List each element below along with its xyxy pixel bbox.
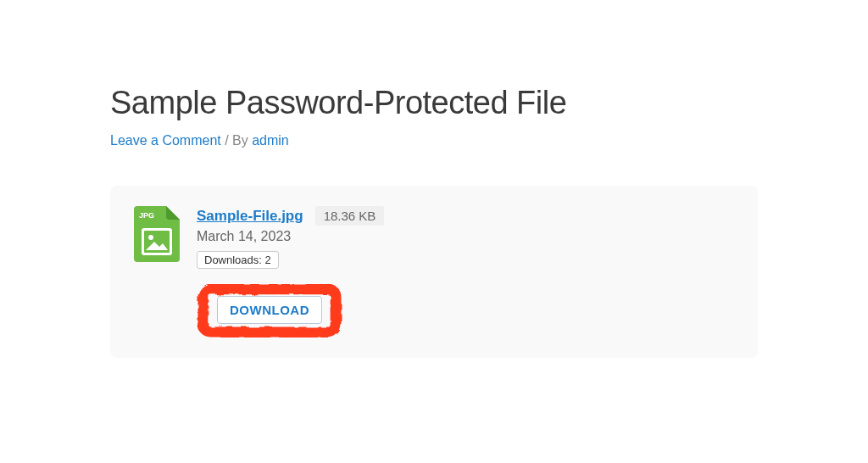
file-size-badge: 18.36 KB bbox=[315, 206, 385, 226]
download-highlight-wrap: DOWNLOAD bbox=[197, 282, 342, 337]
file-type-icon: JPG bbox=[134, 206, 180, 262]
downloads-count-badge: Downloads: 2 bbox=[197, 251, 279, 269]
author-link[interactable]: admin bbox=[252, 133, 289, 148]
file-date: March 14, 2023 bbox=[197, 229, 291, 244]
page-title: Sample Password-Protected File bbox=[110, 85, 758, 121]
post-meta: Leave a Comment / By admin bbox=[110, 133, 758, 148]
file-info: Sample-File.jpg 18.36 KB March 14, 2023 … bbox=[197, 206, 734, 337]
file-card: JPG Sample-File.jpg 18.36 KB March 14, 2… bbox=[110, 186, 758, 358]
leave-comment-link[interactable]: Leave a Comment bbox=[110, 133, 221, 148]
svg-point-2 bbox=[148, 235, 153, 240]
download-button[interactable]: DOWNLOAD bbox=[217, 296, 322, 324]
file-type-label: JPG bbox=[139, 211, 154, 220]
meta-separator: / By bbox=[221, 133, 252, 148]
file-name-link[interactable]: Sample-File.jpg bbox=[197, 208, 303, 225]
